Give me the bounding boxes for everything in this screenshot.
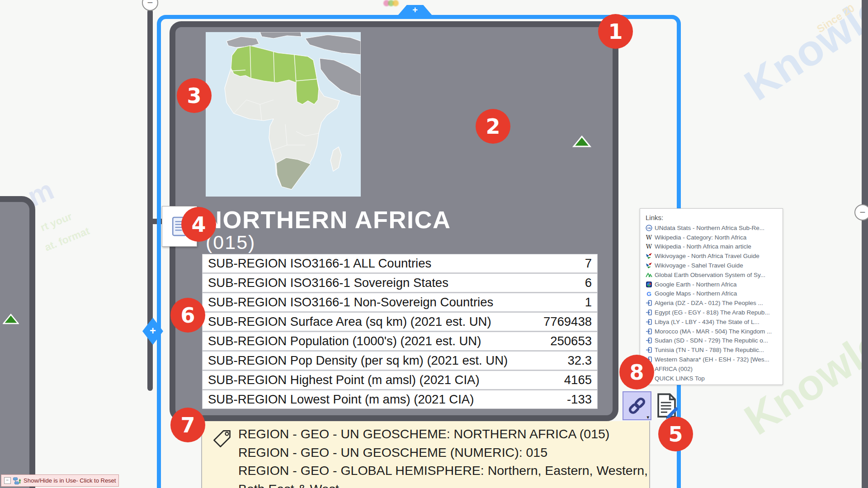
link-label: Tunisia (TN - TUN - 788) The Republic... [655, 347, 764, 353]
link-item[interactable]: UN UNdata Stats - Northern Africa Sub-Re… [646, 223, 783, 233]
stat-value: 4165 [564, 373, 592, 387]
annotation-marker-8: 8 [619, 355, 654, 389]
link-item[interactable]: Wikivoyage - North Africa Travel Guide [646, 251, 783, 261]
link-label: Sudan (SD - SDN - 729) The Republic o... [655, 337, 768, 344]
annotation-marker-3: 3 [177, 78, 212, 113]
link-label: Egypt (EG - EGY - 818) The Arab Repub... [655, 309, 770, 316]
link-label: Google Maps - Northern Africa [655, 290, 737, 297]
note-line: REGION - GEO - UN GEOSCHEME: NORTHERN AF… [238, 425, 645, 443]
link-label: QUICK LINKS Top [655, 375, 705, 382]
stat-row: SUB-REGION ISO3166-1 Sovereign States6 [203, 274, 597, 292]
stat-row: SUB-REGION Surface Area (sq km) (2021 es… [203, 313, 597, 331]
right-edge-card-border [862, 0, 868, 488]
link-label: Wikivoyage - Sahel Travel Guide [655, 262, 743, 269]
link-item[interactable]: W Wikipedia - Category: North Africa [646, 233, 783, 242]
watermark-left-frag1: rt your [39, 210, 74, 234]
collapse-triangle-icon[interactable] [572, 135, 591, 148]
annotation-marker-2: 2 [476, 109, 510, 144]
stat-row: SUB-REGION Population (1000's) (2021 est… [203, 332, 597, 350]
stat-value: 250653 [550, 334, 592, 348]
stat-row: SUB-REGION Lowest Point (m ams) (2021 CI… [203, 390, 597, 408]
stats-table: SUB-REGION ISO3166-1 ALL Countries7 SUB-… [202, 254, 598, 409]
stat-label: SUB-REGION Surface Area (sq km) (2021 es… [208, 314, 491, 329]
google-earth-icon [646, 281, 652, 288]
note-line: Both East & West [238, 480, 645, 488]
country-link-icon [646, 300, 652, 306]
link-label: Wikipedia - Category: North Africa [655, 234, 746, 241]
stat-row: SUB-REGION Highest Point (m amsl) (2021 … [203, 371, 597, 389]
stat-value: 7 [585, 256, 592, 271]
map-diagram-icon [13, 477, 21, 484]
annotation-marker-6: 6 [170, 298, 205, 333]
link-label: UNdata Stats - Northern Africa Sub-Re... [655, 225, 764, 231]
country-link-icon [646, 328, 652, 335]
country-link-icon [646, 337, 652, 344]
links-panel: Links: UN UNdata Stats - Northern Africa… [640, 208, 783, 385]
note-line: REGION - GEO - UN GEOSCHEME (NUMERIC): 0… [238, 443, 645, 462]
collapse-triangle-left-icon[interactable] [3, 313, 19, 325]
link-label: AFRICA (002) [655, 366, 693, 372]
collapse-button-right[interactable]: − [854, 204, 868, 221]
link-label: Algeria (DZ - DZA - 012) The Peoples ... [655, 300, 763, 306]
annotation-marker-1: 1 [598, 14, 633, 49]
svg-text:G: G [646, 291, 651, 297]
status-bar[interactable]: − Show/Hide is in Use- Click to Reset [1, 474, 119, 487]
status-text: Show/Hide is in Use- Click to Reset [24, 477, 116, 484]
link-item[interactable]: Egypt (EG - EGY - 818) The Arab Repub... [646, 308, 783, 317]
link-item[interactable]: Google Earth - Northern Africa [646, 280, 783, 289]
dropdown-arrow-icon: ▾ [646, 414, 649, 420]
watermark-top-right: Knowle [736, 0, 868, 110]
stat-label: SUB-REGION ISO3166-1 Non-Sovereign Count… [208, 295, 493, 310]
stat-label: SUB-REGION Pop Density (per sq km) (2021… [208, 353, 508, 368]
collapse-button[interactable]: − [142, 0, 158, 11]
edit-notes-button[interactable] [655, 392, 679, 419]
link-label: Google Earth - Northern Africa [655, 281, 737, 288]
stat-row: SUB-REGION ISO3166-1 ALL Countries7 [203, 254, 597, 272]
stat-value: 1 [585, 295, 592, 310]
link-label: Libya (LY - LBY - 434) The State of L... [655, 319, 760, 325]
svg-text:W: W [646, 234, 652, 241]
link-item[interactable]: Morocco (MA - MAR - 504) The Kingdom ... [646, 327, 783, 336]
links-button[interactable]: ▾ [623, 391, 651, 420]
link-label: Global Earth Observation System of Sy... [655, 272, 765, 278]
tag-icon [212, 428, 232, 449]
wikipedia-icon: W [646, 234, 652, 241]
links-panel-header: Links: [646, 214, 783, 221]
wikivoyage-icon [646, 253, 652, 259]
link-label: Western Sahara* (EH - ESH - 732) [Wes... [655, 356, 769, 363]
annotation-marker-5: 5 [658, 417, 693, 451]
undata-icon: UN [646, 225, 652, 231]
stat-value: 7769438 [543, 314, 592, 329]
link-item[interactable]: AFRICA (002) [646, 364, 783, 374]
annotation-marker-7: 7 [170, 408, 205, 442]
note-line: REGION - GEO - GLOBAL HEMISPHERE: Northe… [238, 461, 645, 480]
link-item[interactable]: W Wikipedia - North Africa main article [646, 242, 783, 252]
note-edit-icon [655, 392, 679, 419]
link-item[interactable]: Tunisia (TN - TUN - 788) The Republic... [646, 345, 783, 355]
link-item[interactable]: G Google Maps - Northern Africa [646, 289, 783, 299]
link-label: Morocco (MA - MAR - 504) The Kingdom ... [655, 328, 772, 335]
link-item[interactable]: Libya (LY - LBY - 434) The State of L... [646, 317, 783, 327]
link-chain-icon [628, 397, 646, 415]
link-item[interactable]: Sudan (SD - SDN - 729) The Republic o... [646, 336, 783, 346]
link-label: Wikivoyage - North Africa Travel Guide [655, 253, 760, 259]
watermark-left-frag2: at. format [43, 225, 91, 253]
collapse-box-icon: − [4, 477, 11, 484]
country-link-icon [646, 347, 652, 353]
stat-row: SUB-REGION ISO3166-1 Non-Sovereign Count… [203, 293, 597, 311]
stat-value: 6 [585, 276, 592, 290]
link-item[interactable]: Western Sahara* (EH - ESH - 732) [Wes... [646, 355, 783, 364]
link-item[interactable]: Global Earth Observation System of Sy... [646, 270, 783, 280]
link-item[interactable]: QUICK LINKS Top [646, 374, 783, 383]
link-item[interactable]: Algeria (DZ - DZA - 012) The Peoples ... [646, 298, 783, 308]
mindmap-canvas: Knowle Since 20 Knowle m rt your at. for… [0, 0, 868, 488]
annotation-marker-4: 4 [181, 207, 216, 242]
left-topic-card[interactable] [0, 196, 35, 488]
wikivoyage-icon [646, 262, 652, 269]
link-item[interactable]: Wikivoyage - Sahel Travel Guide [646, 261, 783, 270]
country-link-icon [646, 319, 652, 325]
stat-row: SUB-REGION Pop Density (per sq km) (2021… [203, 352, 597, 370]
stat-label: SUB-REGION Highest Point (m amsl) (2021 … [208, 373, 480, 387]
add-topic-handle-top[interactable]: + [398, 5, 432, 15]
stat-label: SUB-REGION ISO3166-1 Sovereign States [208, 276, 448, 290]
